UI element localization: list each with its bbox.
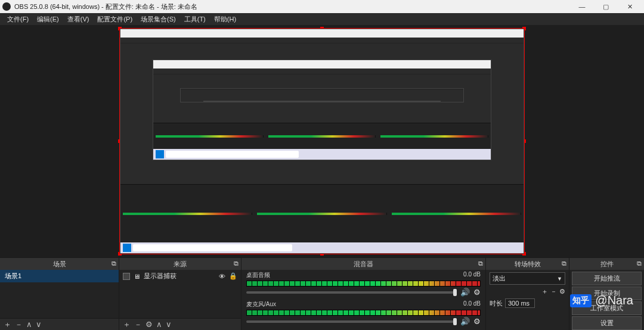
popout-icon[interactable]: ⧉ bbox=[562, 260, 566, 267]
transitions-title: 转场特效 bbox=[515, 260, 541, 269]
scenes-title: 场景 bbox=[53, 260, 66, 269]
close-button[interactable]: ✕ bbox=[618, 0, 642, 13]
channel-name: 桌面音频 bbox=[246, 271, 270, 279]
display-icon: 🖥 bbox=[134, 273, 140, 280]
recursive-capture-preview bbox=[120, 29, 524, 254]
mixer-title: 混音器 bbox=[354, 260, 373, 269]
source-up-button[interactable]: ∧ bbox=[156, 320, 162, 329]
audio-mixer-dock: 混音器 ⧉ 桌面音频 0.0 dB 🔊 ⚙ 麦克风/Aux 0.0 dB bbox=[242, 257, 486, 330]
add-source-button[interactable]: ＋ bbox=[123, 319, 131, 330]
maximize-button[interactable]: ▢ bbox=[594, 0, 618, 13]
settings-button[interactable]: 设置 bbox=[572, 316, 642, 330]
mixer-channel-desktop: 桌面音频 0.0 dB 🔊 ⚙ bbox=[242, 270, 485, 299]
chevron-down-icon: ▼ bbox=[557, 276, 562, 282]
volume-meter bbox=[246, 281, 481, 287]
add-scene-button[interactable]: ＋ bbox=[4, 319, 11, 330]
sources-toolbar: ＋ － ⚙ ∧ ∨ bbox=[119, 318, 241, 330]
transitions-dock: 转场特效 ⧉ 淡出 ▼ ＋ － ⚙ 时长 300 ms bbox=[486, 257, 569, 330]
scenes-list[interactable]: 场景1 bbox=[0, 270, 119, 318]
remove-transition-button[interactable]: － bbox=[550, 287, 557, 296]
menu-bar: 文件(F) 编辑(E) 查看(V) 配置文件(P) 场景集合(S) 工具(T) … bbox=[0, 13, 644, 25]
transition-select[interactable]: 淡出 ▼ bbox=[490, 272, 565, 285]
scene-down-button[interactable]: ∨ bbox=[36, 320, 42, 329]
mixer-body: 桌面音频 0.0 dB 🔊 ⚙ 麦克风/Aux 0.0 dB bbox=[242, 270, 485, 330]
source-settings-button[interactable]: ⚙ bbox=[145, 320, 153, 329]
channel-name: 麦克风/Aux bbox=[246, 300, 276, 309]
popout-icon[interactable]: ⧉ bbox=[112, 260, 116, 267]
watermark-text: @Nara bbox=[595, 294, 633, 307]
preview-area[interactable] bbox=[0, 25, 644, 257]
scenes-header: 场景 ⧉ bbox=[0, 258, 119, 270]
scenes-toolbar: ＋ － ∧ ∨ bbox=[0, 318, 119, 330]
menu-profile[interactable]: 配置文件(P) bbox=[94, 14, 136, 25]
channel-db: 0.0 dB bbox=[463, 271, 481, 279]
menu-file[interactable]: 文件(F) bbox=[4, 14, 32, 25]
volume-meter bbox=[246, 310, 481, 316]
sources-dock: 来源 ⧉ 🖥 显示器捕获 👁 🔒 ＋ － ⚙ ∧ ∨ bbox=[119, 257, 242, 330]
popout-icon[interactable]: ⧉ bbox=[637, 260, 642, 267]
menu-help[interactable]: 帮助(H) bbox=[210, 14, 240, 25]
window-title: OBS 25.0.8 (64-bit, windows) - 配置文件: 未命名… bbox=[14, 2, 570, 11]
speaker-icon[interactable]: 🔊 bbox=[460, 288, 470, 297]
source-checkbox[interactable] bbox=[123, 273, 130, 280]
lock-toggle-icon[interactable]: 🔒 bbox=[229, 272, 237, 280]
sources-list[interactable]: 🖥 显示器捕获 👁 🔒 bbox=[119, 270, 241, 318]
zhihu-logo-icon: 知乎 bbox=[570, 294, 592, 307]
popout-icon[interactable]: ⧉ bbox=[234, 260, 239, 267]
transition-selected-label: 淡出 bbox=[493, 274, 506, 283]
scene-up-button[interactable]: ∧ bbox=[26, 320, 32, 329]
docks-row: 场景 ⧉ 场景1 ＋ － ∧ ∨ 来源 ⧉ 🖥 显示器捕获 👁 🔒 bbox=[0, 257, 644, 330]
menu-scene-collection[interactable]: 场景集合(S) bbox=[137, 14, 179, 25]
controls-header: 控件 ⧉ bbox=[569, 258, 644, 270]
source-item-label: 显示器捕获 bbox=[144, 272, 177, 281]
mixer-header: 混音器 ⧉ bbox=[242, 258, 485, 270]
start-streaming-button[interactable]: 开始推流 bbox=[572, 272, 642, 285]
source-down-button[interactable]: ∨ bbox=[166, 320, 172, 329]
scene-item[interactable]: 场景1 bbox=[0, 270, 119, 282]
menu-view[interactable]: 查看(V) bbox=[64, 14, 93, 25]
menu-tools[interactable]: 工具(T) bbox=[181, 14, 209, 25]
speaker-icon[interactable]: 🔊 bbox=[460, 317, 470, 326]
transition-settings-button[interactable]: ⚙ bbox=[559, 288, 565, 295]
watermark: 知乎 @Nara bbox=[570, 294, 633, 307]
volume-slider[interactable] bbox=[246, 291, 457, 294]
transitions-body: 淡出 ▼ ＋ － ⚙ 时长 300 ms bbox=[486, 270, 569, 330]
gear-icon[interactable]: ⚙ bbox=[473, 317, 481, 326]
sources-title: 来源 bbox=[174, 260, 187, 269]
source-bounding-box[interactable] bbox=[119, 28, 525, 254]
volume-slider[interactable] bbox=[246, 320, 457, 323]
window-titlebar: OBS 25.0.8 (64-bit, windows) - 配置文件: 未命名… bbox=[0, 0, 644, 13]
gear-icon[interactable]: ⚙ bbox=[473, 288, 481, 297]
minimize-button[interactable]: — bbox=[570, 0, 594, 13]
obs-logo-icon bbox=[2, 2, 11, 11]
controls-title: 控件 bbox=[600, 260, 614, 269]
visibility-toggle-icon[interactable]: 👁 bbox=[219, 273, 225, 280]
mixer-channel-mic: 麦克风/Aux 0.0 dB 🔊 ⚙ bbox=[242, 299, 485, 328]
menu-edit[interactable]: 编辑(E) bbox=[33, 14, 63, 25]
remove-source-button[interactable]: － bbox=[134, 319, 142, 330]
transitions-header: 转场特效 ⧉ bbox=[486, 258, 569, 270]
scenes-dock: 场景 ⧉ 场景1 ＋ － ∧ ∨ bbox=[0, 257, 119, 330]
sources-header: 来源 ⧉ bbox=[119, 258, 241, 270]
source-item[interactable]: 🖥 显示器捕获 👁 🔒 bbox=[119, 270, 241, 282]
duration-label: 时长 bbox=[490, 299, 503, 308]
popout-icon[interactable]: ⧉ bbox=[478, 260, 483, 267]
channel-db: 0.0 dB bbox=[463, 300, 481, 309]
remove-scene-button[interactable]: － bbox=[15, 319, 23, 330]
duration-input[interactable]: 300 ms bbox=[505, 298, 535, 308]
add-transition-button[interactable]: ＋ bbox=[541, 287, 548, 296]
